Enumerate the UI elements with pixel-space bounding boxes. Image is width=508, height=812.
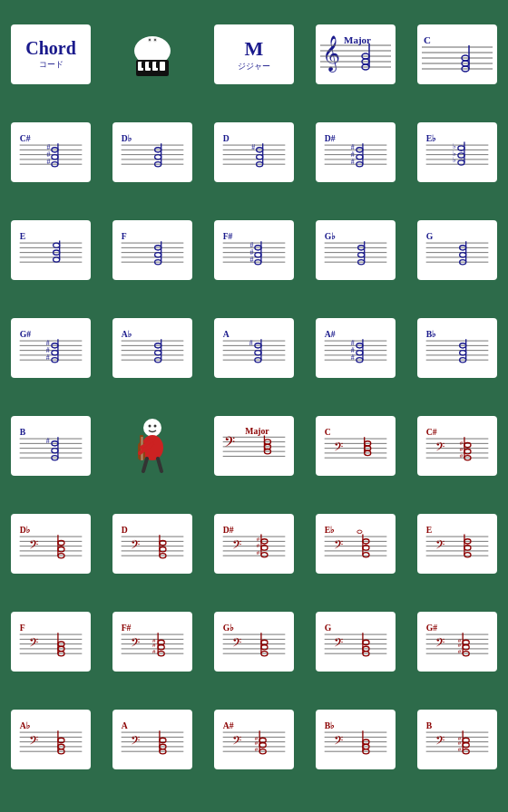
cell-Fs-treble: F# # # # [203,205,305,295]
svg-text:𝄢: 𝄢 [131,636,140,652]
svg-text:C#: C# [20,133,31,143]
svg-text:G♭: G♭ [223,623,235,633]
Fs-bass: F# 𝄢 # # # [115,622,190,662]
title-sub: コード [39,59,64,71]
svg-text:G: G [325,623,332,633]
svg-text:D♭: D♭ [20,525,31,535]
svg-text:E: E [20,231,25,241]
svg-text:#: # [257,549,260,556]
svg-text:♭: ♭ [453,156,456,164]
svg-text:𝄢: 𝄢 [29,538,38,554]
svg-rect-12 [160,62,165,71]
cell-As-treble: A# # # # [305,303,406,393]
svg-text:#: # [255,746,259,753]
Gs-treble: G# # # # [14,328,88,368]
svg-text:D: D [122,525,128,535]
E-bass: E 𝄢 [420,524,494,564]
svg-point-220 [154,425,157,428]
svg-text:C: C [424,34,431,45]
svg-text:#: # [46,353,50,362]
cell-Gs-bass: G# 𝄢 # # # [406,596,508,687]
cell-C-treble: C [406,9,508,100]
As-treble: A# # # # [318,328,393,368]
svg-text:D#: D# [325,133,336,143]
svg-point-93 [458,153,464,158]
B-treble: B # [14,426,88,466]
svg-text:A: A [122,720,128,730]
Bb-treble: B♭ [420,328,494,368]
svg-text:E: E [426,525,432,535]
svg-text:F: F [122,231,127,241]
svg-point-57 [155,155,161,160]
C-treble-stave: C [420,34,494,74]
cell-Ds-bass: D# 𝄢 # # # [203,498,305,589]
svg-text:𝄢: 𝄢 [29,636,38,652]
Gb-treble: G♭ [318,230,393,270]
cell-B-treble: B # [0,401,102,491]
As-bass: A# 𝄢 # # # [217,720,291,759]
svg-text:F: F [20,623,25,633]
cell-Cs-bass: C# 𝄢 # # # [406,401,508,491]
Gs-bass: G# 𝄢 # # # [420,622,494,662]
svg-text:#: # [257,542,260,549]
svg-text:B♭: B♭ [325,720,335,730]
G-treble: G [420,230,494,270]
m-label: M [245,37,264,61]
A-treble: A # [217,328,291,368]
svg-point-80 [357,155,363,160]
Cs-bass-stave: C# 𝄢 # # # [420,426,494,466]
cell-F-bass: F 𝄢 [0,596,102,687]
Db-treble: D♭ [115,132,190,172]
Gb-bass: G♭ 𝄢 [217,622,291,662]
main-grid: Chord コード [0,0,508,812]
svg-point-181 [255,351,261,355]
cell-Eb-bass: E♭ 𝄢 [305,498,406,589]
svg-text:𝄢: 𝄢 [334,538,343,554]
svg-text:𝄢: 𝄢 [224,434,235,453]
svg-point-147 [460,253,466,257]
svg-text:A#: A# [223,720,234,730]
svg-text:#: # [250,256,254,264]
Cs-treble: C# # # # [14,132,88,172]
cell-title: Chord コード [0,9,102,100]
character-sheep [120,22,185,87]
cell-G-bass: G 𝄢 [305,596,406,687]
svg-text:#: # [152,648,156,655]
svg-text:𝄢: 𝄢 [131,538,140,554]
svg-point-137 [358,253,365,257]
svg-text:B♭: B♭ [426,329,436,339]
svg-point-193 [357,351,363,355]
svg-text:𝄢: 𝄢 [232,538,241,554]
svg-text:#: # [460,452,464,459]
cell-Eb-treble: E♭ ♭ ♭ ♭ [406,107,508,198]
cell-Db-treble: D♭ [102,107,203,198]
svg-text:G#: G# [426,623,438,633]
svg-point-68 [257,155,263,160]
D-bass: D 𝄢 [115,524,190,564]
cell-major-treble2: 𝄞 Major [305,9,406,100]
C-bass-stave: C 𝄢 [318,426,393,466]
svg-text:𝄢: 𝄢 [435,734,444,749]
svg-text:G#: G# [20,329,32,339]
cell-Bb-bass: B♭ 𝄢 [305,694,406,785]
Ab-bass: A♭ 𝄢 [14,720,88,759]
svg-text:D: D [223,133,230,143]
svg-text:𝄢: 𝄢 [334,734,343,749]
svg-text:𝄢: 𝄢 [435,538,444,554]
svg-text:𝄢: 𝄢 [131,734,140,749]
svg-text:D♭: D♭ [122,133,132,143]
svg-text:E♭: E♭ [325,525,335,535]
svg-text:G♭: G♭ [325,231,337,241]
svg-point-218 [143,419,161,437]
cell-As-bass: A# 𝄢 # # # [203,694,305,785]
svg-rect-13 [142,62,145,68]
svg-point-309 [357,530,362,534]
Eb-treble: E♭ ♭ ♭ ♭ [420,132,494,172]
svg-point-215 [52,449,58,453]
treble-major-stave: 𝄞 Major [318,34,393,74]
svg-text:𝄢: 𝄢 [334,440,343,456]
svg-point-114 [155,253,161,257]
svg-text:F#: F# [223,231,233,241]
F-bass: F 𝄢 [14,622,88,662]
svg-point-170 [155,351,161,355]
